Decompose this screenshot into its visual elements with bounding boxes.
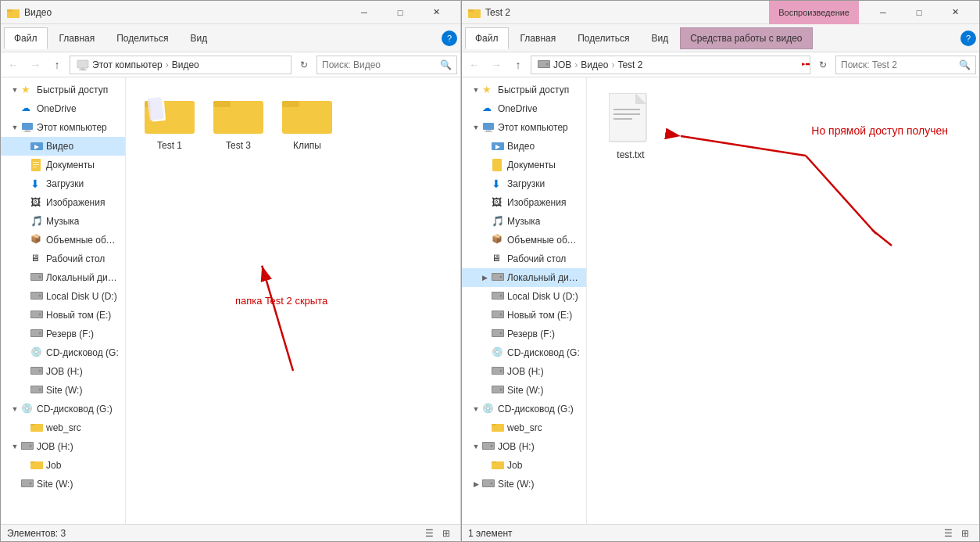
forward-button-left[interactable]: → — [26, 56, 45, 74]
tab-file-right[interactable]: Файл — [465, 27, 509, 49]
svg-rect-60 — [486, 130, 491, 131]
sidebar-item-3d-right[interactable]: 📦 Объемные объ... — [462, 231, 586, 249]
address-box-left[interactable]: Этот компьютер › Видео — [70, 56, 291, 74]
sidebar-item-docs-right[interactable]: Документы — [462, 156, 586, 174]
sidebar-item-quickaccess-right[interactable]: ▼ ★ Быстрый доступ — [462, 81, 586, 99]
sidebar-item-job-left[interactable]: JOB (H:) — [1, 362, 125, 381]
help-button-right[interactable]: ? — [960, 31, 976, 46]
minimize-button[interactable]: ─ — [346, 1, 382, 24]
sidebar-item-cd-g-left[interactable]: 💿 CD-дисковод (G: — [1, 343, 125, 362]
sidebar-item-images-left[interactable]: 🖼 Изображения — [1, 193, 125, 212]
grid-view-btn-left[interactable]: ⊞ — [438, 526, 454, 541]
minimize-button-right[interactable]: ─ — [865, 1, 901, 24]
sidebar-item-desktop-left[interactable]: 🖥 Рабочий стол — [1, 249, 125, 268]
sidebar-item-reserve-right[interactable]: Резерв (F:) — [462, 325, 586, 343]
drive-job-icon-right — [482, 440, 495, 453]
tab-share-left[interactable]: Поделиться — [106, 27, 178, 49]
sidebar-item-site-left[interactable]: Site (W:) — [1, 381, 125, 400]
sidebar-item-job-expanded-left[interactable]: ▼ JOB (H:) — [1, 437, 125, 456]
sidebar-item-newtome-left[interactable]: Новый том (E:) — [1, 306, 125, 325]
close-button[interactable]: ✕ — [418, 1, 454, 24]
maximize-button[interactable]: □ — [382, 1, 418, 24]
sidebar-item-job-folder-right[interactable]: Job — [462, 456, 586, 475]
sidebar-item-downloads-right[interactable]: ⬇ Загрузки — [462, 174, 586, 193]
sidebar-item-localdisk-right[interactable]: ▶ Локальный дис... — [462, 268, 586, 287]
sidebar-item-websrc-left[interactable]: web_src — [1, 418, 125, 437]
list-view-btn-right[interactable]: ☰ — [940, 526, 956, 541]
sidebar-item-localdisk-u-right[interactable]: Local Disk U (D:) — [462, 287, 586, 306]
tab-home-left[interactable]: Главная — [49, 27, 106, 49]
sidebar-item-localdisk-u-left[interactable]: Local Disk U (D:) — [1, 287, 125, 306]
computer-icon — [21, 121, 34, 134]
list-view-btn-left[interactable]: ☰ — [421, 526, 437, 541]
folder-test1[interactable]: Test 1 — [138, 90, 201, 154]
address-part-job[interactable]: JOB — [553, 59, 571, 70]
sidebar-item-3d-left[interactable]: 📦 Объемные объ... — [1, 231, 125, 249]
refresh-button-left[interactable]: ↻ — [295, 56, 313, 74]
sidebar-item-desktop-right[interactable]: 🖥 Рабочий стол — [462, 249, 586, 268]
tab-media-right[interactable]: Средства работы с видео — [680, 27, 812, 49]
forward-button-right[interactable]: → — [487, 56, 506, 74]
file-test-txt[interactable]: test.txt — [599, 90, 662, 163]
sidebar-item-video-right[interactable]: Видео — [462, 137, 586, 156]
back-button-right[interactable]: ← — [465, 56, 484, 74]
sidebar-item-onedrive-left[interactable]: ☁ OneDrive — [1, 99, 125, 118]
address-part-video-right[interactable]: Видео — [581, 59, 608, 70]
address-part-video[interactable]: Видео — [172, 59, 199, 70]
tab-home-right[interactable]: Главная — [510, 27, 567, 49]
sidebar-item-cd-g-right[interactable]: 💿 CD-дисковод (G: — [462, 343, 586, 362]
sidebar-item-docs-left[interactable]: Документы — [1, 156, 125, 174]
up-button-left[interactable]: ↑ — [48, 56, 66, 74]
sidebar-item-cd-expanded-left[interactable]: ▼ 💿 CD-дисковод (G:) — [1, 400, 125, 418]
search-input-right[interactable] — [841, 59, 959, 70]
left-ribbon: Файл Главная Поделиться Вид ? — [1, 24, 460, 52]
tab-view-right[interactable]: Вид — [641, 27, 678, 49]
drive-e-icon-right — [492, 309, 504, 321]
grid-view-btn-right[interactable]: ⊞ — [957, 526, 973, 541]
address-part-computer[interactable]: Этот компьютер — [92, 59, 163, 70]
folder-clips[interactable]: Клипы — [276, 90, 338, 154]
sidebar-item-site-bottom-right[interactable]: ▶ Site (W:) — [462, 475, 586, 494]
tab-file-left[interactable]: Файл — [4, 27, 48, 49]
music-icon: 🎵 — [30, 215, 43, 228]
folder-job-icon-right — [492, 459, 504, 472]
window-controls: ─ □ ✕ — [346, 1, 454, 24]
help-button-left[interactable]: ? — [442, 31, 457, 46]
sidebar-item-job-folder-left[interactable]: Job — [1, 456, 125, 475]
sidebar-item-job-h-right[interactable]: JOB (H:) — [462, 362, 586, 381]
back-button-left[interactable]: ← — [4, 56, 23, 74]
sidebar-item-thispc-right[interactable]: ▼ Этот компьютер — [462, 118, 586, 137]
sidebar-item-thispc-left[interactable]: ▼ Этот компьютер — [1, 118, 125, 137]
address-part-test2[interactable]: Test 2 — [617, 59, 642, 70]
refresh-button-right[interactable]: ↻ — [814, 56, 832, 74]
sidebar-item-job-expanded-right[interactable]: ▼ JOB (H:) — [462, 437, 586, 456]
sidebar-item-reserve-left[interactable]: Резерв (F:) — [1, 325, 125, 343]
left-file-grid: Test 1 Test 3 — [132, 84, 454, 160]
sidebar-item-site-bottom-left[interactable]: Site (W:) — [1, 475, 125, 494]
maximize-button-right[interactable]: □ — [901, 1, 937, 24]
search-input-left[interactable] — [322, 59, 440, 70]
tab-share-right[interactable]: Поделиться — [567, 27, 639, 49]
sidebar-item-cd-expanded-right[interactable]: ▼ 💿 CD-дисковод (G:) — [462, 400, 586, 418]
sidebar-item-music-right[interactable]: 🎵 Музыка — [462, 212, 586, 231]
sidebar-item-newtome-right[interactable]: Новый том (E:) — [462, 306, 586, 325]
address-box-right[interactable]: JOB › Видео › Test 2 — [531, 56, 810, 74]
svg-rect-84 — [492, 424, 496, 425]
folder-test3[interactable]: Test 3 — [207, 90, 270, 154]
up-button-right[interactable]: ↑ — [509, 56, 528, 74]
sidebar-item-quickaccess-left[interactable]: ▼ ★ Быстрый доступ — [1, 81, 125, 99]
sidebar-item-localdisk-left[interactable]: Локальный дис... — [1, 268, 125, 287]
sidebar-item-downloads-left[interactable]: ⬇ Загрузки — [1, 174, 125, 193]
close-button-right[interactable]: ✕ — [937, 1, 973, 24]
playback-button[interactable]: Воспроизведение — [769, 1, 859, 24]
svg-rect-3 — [80, 68, 85, 70]
sidebar-item-websrc-right[interactable]: web_src — [462, 418, 586, 437]
sidebar-item-onedrive-right[interactable]: ☁ OneDrive — [462, 99, 586, 118]
star-icon-right: ★ — [482, 84, 495, 96]
svg-point-92 — [491, 483, 493, 485]
sidebar-item-music-left[interactable]: 🎵 Музыка — [1, 212, 125, 231]
sidebar-item-video-left[interactable]: Видео — [1, 137, 125, 156]
sidebar-item-images-right[interactable]: 🖼 Изображения — [462, 193, 586, 212]
tab-view-left[interactable]: Вид — [180, 27, 217, 49]
sidebar-item-site-w-right[interactable]: Site (W:) — [462, 381, 586, 400]
